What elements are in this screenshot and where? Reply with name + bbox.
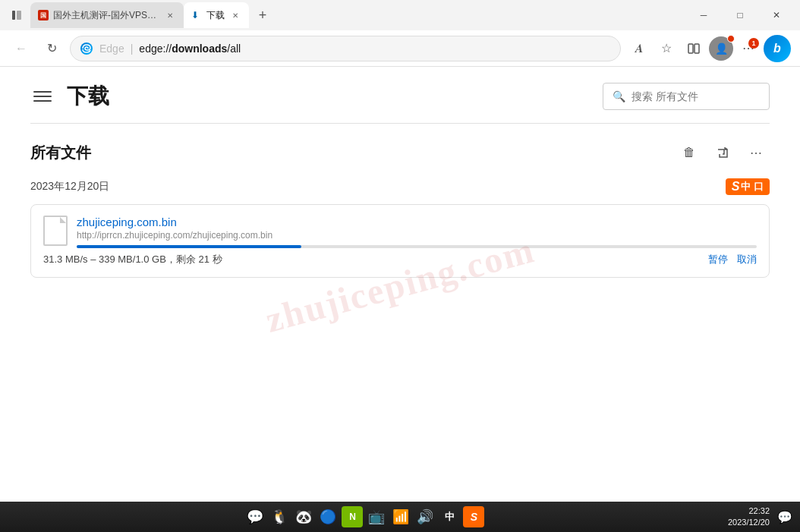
downloads-page: zhujiceping.com 下载 🔍 所有文件 🗑 ⋯ xyxy=(0,67,800,502)
tab-1[interactable]: 国 国外主机测评-国外VPS，国外... ✕ xyxy=(30,2,184,28)
profile-button[interactable]: 👤 xyxy=(709,36,733,61)
sidebar-icon xyxy=(11,10,22,20)
notifications-button[interactable]: ⋯ 1 xyxy=(736,36,761,61)
download-actions: 暂停 取消 xyxy=(708,253,757,266)
notification-badge: 1 xyxy=(748,38,759,49)
close-button[interactable]: ✕ xyxy=(759,3,794,27)
taskbar-notification-center[interactable]: 💬 xyxy=(776,508,794,526)
back-button[interactable]: ← xyxy=(9,36,33,61)
bing-copilot-button[interactable]: b xyxy=(764,35,791,62)
address-prefix: edge:// xyxy=(139,42,172,55)
page-title: 下载 xyxy=(67,82,591,111)
open-folder-button[interactable] xyxy=(709,139,736,166)
search-input[interactable] xyxy=(631,90,761,102)
taskbar-bluetooth-icon[interactable]: 🔵 xyxy=(317,506,339,527)
download-item: zhujiceping.com.bin http://iprrcn.zhujic… xyxy=(30,204,770,278)
tab-2[interactable]: ⬇ 下载 ✕ xyxy=(184,2,249,28)
taskbar-panda-icon[interactable]: 🐼 xyxy=(293,506,314,527)
split-screen-btn[interactable] xyxy=(682,36,706,61)
tab2-download-icon: ⬇ xyxy=(191,10,202,20)
profile-avatar: 👤 xyxy=(715,42,728,55)
download-info: zhujiceping.com.bin http://iprrcn.zhujic… xyxy=(77,216,757,248)
menu-toggle-button[interactable] xyxy=(30,84,55,109)
nav-bar: ← ↻ Edge | edge://downloads/all 𝑨 ☆ xyxy=(0,30,800,67)
download-url: http://iprrcn.zhujiceping.com/zhujicepin… xyxy=(77,230,757,241)
more-options-button[interactable]: ⋯ xyxy=(742,139,770,166)
download-status-row: 31.3 MB/s – 339 MB/1.0 GB，剩余 21 秒 暂停 取消 xyxy=(43,253,757,266)
section-actions: 🗑 ⋯ xyxy=(676,139,770,166)
profile-notification-badge xyxy=(727,35,735,42)
cancel-button[interactable]: 取消 xyxy=(737,253,757,266)
menu-line-1 xyxy=(33,91,52,93)
download-item-top: zhujiceping.com.bin http://iprrcn.zhujic… xyxy=(43,216,757,248)
address-bar[interactable]: Edge | edge://downloads/all xyxy=(70,36,621,61)
download-progress-bar xyxy=(77,245,301,248)
sogou-s: S xyxy=(732,180,740,194)
file-icon xyxy=(43,216,68,246)
taskbar-sogou-icon[interactable]: S xyxy=(463,506,484,527)
svg-rect-0 xyxy=(12,11,15,20)
search-box[interactable]: 🔍 xyxy=(603,83,770,110)
delete-all-button[interactable]: 🗑 xyxy=(676,139,703,166)
maximize-button[interactable]: □ xyxy=(723,3,757,27)
taskbar-nvidia-icon[interactable]: N xyxy=(342,506,363,527)
svg-rect-4 xyxy=(694,44,699,53)
date-text: 2023年12月20日 xyxy=(30,180,109,194)
svg-rect-1 xyxy=(17,11,21,20)
download-filename[interactable]: zhujiceping.com.bin xyxy=(77,216,757,228)
tab2-label: 下载 xyxy=(206,9,225,22)
tab1-close-btn[interactable]: ✕ xyxy=(164,9,176,21)
address-divider: | xyxy=(131,42,134,55)
title-bar: 国 国外主机测评-国外VPS，国外... ✕ ⬇ 下载 ✕ + ─ □ ✕ xyxy=(0,0,800,30)
search-icon: 🔍 xyxy=(613,90,625,102)
taskbar-icons: 💬 🐧 🐼 🔵 N 📺 📶 🔊 中 S xyxy=(6,506,723,527)
taskbar-volume-icon[interactable]: 🔊 xyxy=(414,506,436,527)
section-header: 所有文件 🗑 ⋯ xyxy=(30,139,770,166)
edge-logo-icon xyxy=(80,42,93,55)
svg-rect-3 xyxy=(688,44,693,53)
taskbar-ime-icon[interactable]: 中 xyxy=(439,506,460,527)
address-text[interactable]: edge://downloads/all xyxy=(139,42,611,55)
split-screen-icon xyxy=(688,42,700,55)
refresh-button[interactable]: ↻ xyxy=(39,36,64,61)
download-status-text: 31.3 MB/s – 339 MB/1.0 GB，剩余 21 秒 xyxy=(43,253,222,266)
favorites-btn[interactable]: ☆ xyxy=(654,36,679,61)
nav-right-icons: 𝑨 ☆ 👤 ⋯ 1 b xyxy=(627,35,791,62)
taskbar-wechat-icon[interactable]: 💬 xyxy=(244,506,266,527)
tab1-favicon: 国 xyxy=(38,10,49,20)
sidebar-toggle-btn[interactable] xyxy=(6,5,27,26)
tab-group: 国 国外主机测评-国外VPS，国外... ✕ ⬇ 下载 ✕ + xyxy=(30,0,677,30)
tab1-label: 国外主机测评-国外VPS，国外... xyxy=(53,9,159,22)
taskbar-date-text: 2023/12/20 xyxy=(728,517,770,528)
page-header: 下载 🔍 xyxy=(30,67,770,123)
bing-icon: b xyxy=(773,42,781,55)
window-controls: ─ □ ✕ xyxy=(686,3,794,27)
date-label: 2023年12月20日 S 中 口 xyxy=(30,178,770,195)
read-aloud-btn[interactable]: 𝑨 xyxy=(627,36,651,61)
address-separator: Edge xyxy=(99,42,124,55)
taskbar-right: 22:32 2023/12/20 💬 xyxy=(728,505,794,529)
taskbar-monitor-icon[interactable]: 📺 xyxy=(366,506,387,527)
sogou-badge: S 中 口 xyxy=(726,178,770,195)
address-suffix: /all xyxy=(227,42,241,55)
external-link-icon xyxy=(717,146,729,159)
tab2-close-btn[interactable]: ✕ xyxy=(229,9,241,21)
download-progress-bar-container xyxy=(77,245,757,248)
menu-line-2 xyxy=(33,96,52,97)
taskbar-time-text: 22:32 xyxy=(728,505,770,517)
taskbar-wifi-icon[interactable]: 📶 xyxy=(390,506,411,527)
address-bold: downloads xyxy=(172,42,227,55)
taskbar: 💬 🐧 🐼 🔵 N 📺 📶 🔊 中 S 22:32 2023/12/20 💬 xyxy=(0,502,800,532)
taskbar-penguin-icon[interactable]: 🐧 xyxy=(269,506,290,527)
menu-line-3 xyxy=(33,100,52,102)
taskbar-clock[interactable]: 22:32 2023/12/20 xyxy=(728,505,770,529)
pause-button[interactable]: 暂停 xyxy=(708,253,728,266)
sogou-label: 中 口 xyxy=(741,180,764,194)
new-tab-button[interactable]: + xyxy=(252,5,273,26)
minimize-button[interactable]: ─ xyxy=(686,3,721,27)
section-separator xyxy=(30,123,770,124)
section-title: 所有文件 xyxy=(30,143,676,163)
